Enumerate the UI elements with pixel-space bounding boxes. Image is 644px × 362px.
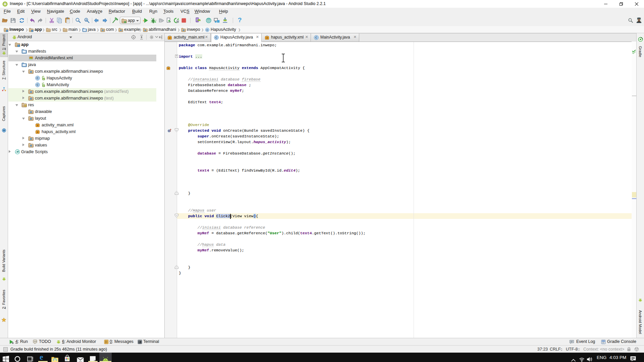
svg-text:A: A [85, 18, 87, 21]
